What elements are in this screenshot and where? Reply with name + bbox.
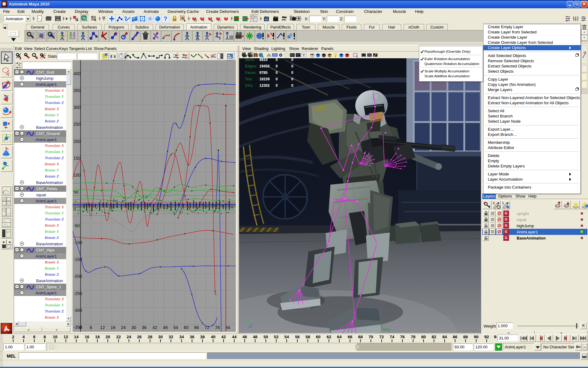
svg-text:66: 66 — [194, 325, 199, 330]
svg-text:0: 0 — [276, 58, 278, 62]
svg-text:-50: -50 — [74, 223, 80, 228]
svg-text:54: 54 — [173, 325, 178, 330]
svg-text:0: 0 — [74, 206, 76, 211]
svg-text:78: 78 — [215, 325, 220, 330]
svg-text:-200: -200 — [74, 274, 82, 279]
svg-text:Edges:: Edges: — [245, 64, 257, 68]
svg-text:0: 0 — [291, 77, 293, 81]
svg-text:0: 0 — [493, 201, 495, 205]
svg-text:0: 0 — [291, 71, 293, 75]
svg-text:12302: 12302 — [259, 83, 270, 88]
svg-text:400: 400 — [74, 71, 81, 76]
svg-text:42: 42 — [153, 325, 157, 330]
svg-text:IPR: IPR — [282, 19, 286, 21]
svg-text:36: 36 — [142, 325, 147, 330]
svg-text:18: 18 — [111, 325, 115, 330]
svg-text:0: 0 — [276, 64, 278, 68]
svg-text:0: 0 — [291, 64, 293, 68]
svg-text:z: z — [251, 323, 253, 326]
svg-text:0: 0 — [79, 325, 82, 330]
svg-text:-300: -300 — [74, 308, 82, 313]
svg-text:Verts:: Verts: — [245, 58, 255, 62]
svg-text:100: 100 — [74, 173, 81, 178]
svg-text:-250: -250 — [74, 291, 82, 296]
svg-text:Tris:: Tris: — [245, 77, 253, 81]
svg-text:250: 250 — [74, 122, 81, 127]
svg-text:18159: 18159 — [259, 77, 270, 81]
svg-text:350: 350 — [74, 88, 81, 93]
svg-text:y: y — [247, 317, 250, 322]
svg-text:T: T — [303, 53, 305, 57]
svg-text:60: 60 — [184, 325, 189, 330]
svg-text:0: 0 — [484, 201, 485, 205]
svg-text:12: 12 — [100, 325, 105, 330]
svg-text:24: 24 — [121, 325, 126, 330]
svg-text:200: 200 — [74, 139, 81, 144]
svg-text:UVs:: UVs: — [245, 83, 253, 88]
svg-text:6: 6 — [90, 325, 92, 330]
svg-text:150: 150 — [74, 156, 81, 161]
svg-text:0: 0 — [291, 58, 293, 62]
svg-text:Faces:: Faces: — [245, 71, 257, 75]
svg-text:9785: 9785 — [259, 71, 268, 75]
svg-text:0: 0 — [291, 83, 293, 88]
svg-text:48: 48 — [163, 325, 168, 330]
svg-text:9810: 9810 — [259, 58, 268, 62]
svg-text:30: 30 — [131, 325, 136, 330]
svg-text:0: 0 — [276, 83, 278, 88]
svg-text:persp: persp — [381, 327, 390, 332]
svg-text:300: 300 — [74, 105, 81, 110]
svg-text:0: 0 — [276, 77, 278, 81]
svg-text:?: ? — [164, 15, 167, 22]
svg-text:84: 84 — [225, 325, 230, 330]
svg-text:1: 1 — [502, 201, 504, 205]
svg-text:0: 0 — [276, 71, 278, 75]
svg-text:-100: -100 — [74, 240, 82, 245]
svg-text:19456: 19456 — [259, 64, 270, 68]
